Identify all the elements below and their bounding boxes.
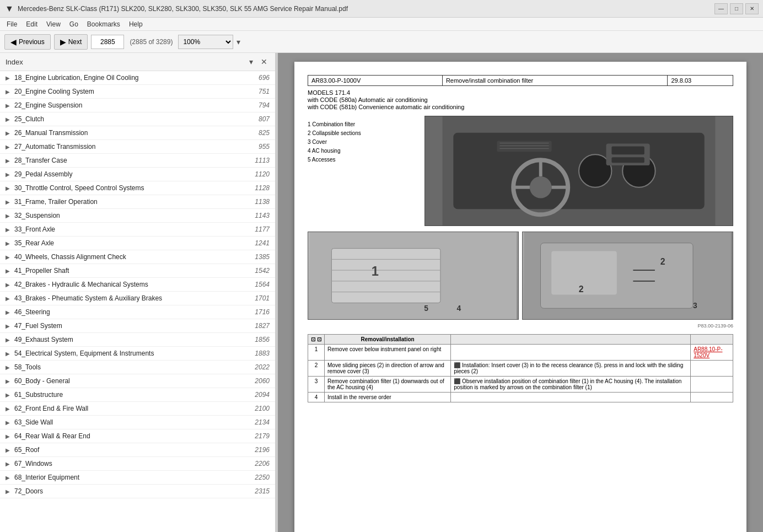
zoom-select[interactable]: 100% 50% 75% 125% 150% 200% bbox=[178, 35, 233, 49]
list-item[interactable]: ▶ 18_Engine Lubrication, Engine Oil Cool… bbox=[0, 71, 275, 85]
sidebar-item-page: 1827 bbox=[255, 322, 270, 330]
list-item[interactable]: ▶ 32_Suspension 1143 bbox=[0, 209, 275, 223]
list-item[interactable]: ▶ 40_Wheels, Chassis Alignment Check 138… bbox=[0, 250, 275, 264]
sidebar-item-page: 1716 bbox=[255, 308, 270, 316]
menu-view[interactable]: View bbox=[42, 19, 65, 29]
menu-go[interactable]: Go bbox=[65, 19, 83, 29]
sidebar-item-page: 1856 bbox=[255, 336, 270, 343]
sidebar-arrow-icon: ▶ bbox=[6, 171, 12, 178]
zoom-dropdown-icon[interactable]: ▾ bbox=[237, 37, 240, 46]
previous-label: Previous bbox=[19, 38, 45, 46]
sidebar-item-text: 22_Engine Suspension bbox=[14, 101, 259, 109]
sidebar-item-page: 2196 bbox=[255, 446, 270, 454]
bottom-images: 1 4 5 2 2 3 bbox=[308, 232, 733, 320]
sidebar-arrow-icon: ▶ bbox=[6, 103, 12, 109]
list-item[interactable]: ▶ 30_Throttle Control, Speed Control Sys… bbox=[0, 181, 275, 195]
list-item[interactable]: ▶ 28_Transfer Case 1113 bbox=[0, 154, 275, 168]
sidebar-item-text: 25_Clutch bbox=[14, 115, 259, 123]
menu-file[interactable]: File bbox=[2, 19, 22, 29]
list-item[interactable]: ▶ 58_Tools 2022 bbox=[0, 361, 275, 374]
sidebar-item-page: 1128 bbox=[255, 184, 270, 192]
previous-button[interactable]: ◀ Previous bbox=[4, 34, 51, 50]
sidebar-item-page: 2206 bbox=[255, 460, 270, 467]
list-item[interactable]: ▶ 41_Propeller Shaft 1542 bbox=[0, 264, 275, 278]
page-number-input[interactable] bbox=[91, 35, 124, 49]
list-item[interactable]: ▶ 47_Fuel System 1827 bbox=[0, 319, 275, 333]
sidebar-item-text: 42_Brakes - Hydraulic & Mechanical Syste… bbox=[14, 281, 255, 288]
sidebar-item-text: 33_Front Axle bbox=[14, 225, 255, 233]
list-item[interactable]: ▶ 60_Body - General 2060 bbox=[0, 374, 275, 388]
sidebar-item-text: 46_Steering bbox=[14, 308, 255, 316]
sidebar-item-page: 2179 bbox=[255, 432, 270, 440]
list-item[interactable]: ▶ 62_Front End & Fire Wall 2100 bbox=[0, 402, 275, 416]
minimize-button[interactable]: — bbox=[714, 3, 728, 14]
sidebar-item-text: 28_Transfer Case bbox=[14, 157, 255, 164]
sidebar-title: Index bbox=[6, 58, 23, 66]
list-item[interactable]: ▶ 54_Electrical System, Equipment & Inst… bbox=[0, 347, 275, 361]
doc-code2: with CODE (581b) Convenience automatic a… bbox=[308, 104, 733, 110]
sidebar-arrow-icon: ▶ bbox=[6, 309, 12, 315]
sidebar-arrow-icon: ▶ bbox=[6, 295, 12, 302]
sidebar-item-page: 2315 bbox=[255, 487, 270, 495]
list-item[interactable]: ▶ 42_Brakes - Hydraulic & Mechanical Sys… bbox=[0, 278, 275, 292]
sidebar-item-page: 1143 bbox=[255, 212, 270, 219]
list-item[interactable]: ▶ 29_Pedal Assembly 1120 bbox=[0, 168, 275, 181]
sidebar-arrow-icon: ▶ bbox=[6, 420, 12, 426]
list-item[interactable]: ▶ 49_Exhaust System 1856 bbox=[0, 333, 275, 347]
list-item[interactable]: ▶ 63_Side Wall 2134 bbox=[0, 416, 275, 429]
sidebar-item-page: 1701 bbox=[255, 294, 270, 302]
table-header-ref bbox=[691, 335, 733, 345]
svg-text:1: 1 bbox=[372, 264, 379, 278]
sidebar-item-page: 1177 bbox=[255, 225, 270, 233]
svg-rect-12 bbox=[497, 141, 552, 152]
list-item[interactable]: ▶ 22_Engine Suspension 794 bbox=[0, 99, 275, 112]
content-area[interactable]: AR83.00-P-1000V Remove/install combinati… bbox=[278, 53, 763, 532]
menu-help[interactable]: Help bbox=[125, 19, 147, 29]
sidebar-arrow-icon: ▶ bbox=[6, 268, 12, 274]
list-item[interactable]: ▶ 64_Rear Wall & Rear End 2179 bbox=[0, 429, 275, 443]
list-item[interactable]: ▶ 68_Interior Equipment 2250 bbox=[0, 471, 275, 485]
list-item[interactable]: ▶ 67_Windows 2206 bbox=[0, 457, 275, 471]
next-button[interactable]: ▶ Next bbox=[54, 34, 88, 50]
step-ref-2 bbox=[691, 361, 733, 377]
list-item[interactable]: ▶ 65_Roof 2196 bbox=[0, 443, 275, 457]
next-label: Next bbox=[68, 38, 82, 46]
svg-text:2: 2 bbox=[579, 284, 584, 294]
sidebar-item-text: 68_Interior Equipment bbox=[14, 474, 255, 481]
step-note-3: ⬛ Observe installation position of combi… bbox=[451, 377, 691, 393]
step-instruction-4: Install in the reverse order bbox=[325, 393, 451, 402]
list-item[interactable]: ▶ 26_Manual Transmission 825 bbox=[0, 126, 275, 140]
sidebar-item-page: 1120 bbox=[255, 170, 270, 178]
menu-bar: File Edit View Go Bookmarks Help bbox=[0, 18, 763, 31]
sidebar-arrow-icon: ▶ bbox=[6, 351, 12, 357]
sidebar-item-page: 825 bbox=[259, 129, 270, 137]
doc-header-table: AR83.00-P-1000V Remove/install combinati… bbox=[308, 75, 733, 86]
sidebar-close-icon[interactable]: ✕ bbox=[259, 56, 270, 67]
sidebar-arrow-icon: ▶ bbox=[6, 158, 12, 164]
list-item[interactable]: ▶ 27_Automatic Transmission 955 bbox=[0, 140, 275, 154]
sidebar-item-page: 2134 bbox=[255, 418, 270, 426]
list-item[interactable]: ▶ 43_Brakes - Pheumatic System & Auxilia… bbox=[0, 292, 275, 305]
sidebar-arrow-icon: ▶ bbox=[6, 116, 12, 122]
list-item[interactable]: ▶ 31_Frame, Trailer Operation 1138 bbox=[0, 195, 275, 209]
list-item[interactable]: ▶ 25_Clutch 807 bbox=[0, 112, 275, 126]
list-item[interactable]: ▶ 20_Engine Cooling System 751 bbox=[0, 85, 275, 99]
sidebar-arrow-icon: ▶ bbox=[6, 433, 12, 439]
list-item[interactable]: ▶ 72_Doors 2315 bbox=[0, 485, 275, 498]
sidebar-item-page: 2022 bbox=[255, 363, 270, 371]
svg-rect-17 bbox=[331, 249, 440, 303]
close-button[interactable]: ✕ bbox=[745, 3, 759, 14]
maximize-button[interactable]: □ bbox=[730, 3, 743, 14]
list-item[interactable]: ▶ 33_Front Axle 1177 bbox=[0, 223, 275, 237]
sidebar-list[interactable]: ▶ 18_Engine Lubrication, Engine Oil Cool… bbox=[0, 71, 275, 532]
menu-bookmarks[interactable]: Bookmarks bbox=[83, 19, 125, 29]
step-num-3: 3 bbox=[308, 377, 325, 393]
list-item[interactable]: ▶ 35_Rear Axle 1241 bbox=[0, 237, 275, 250]
list-item[interactable]: ▶ 61_Substructure 2094 bbox=[0, 388, 275, 402]
sidebar-dropdown-icon[interactable]: ▾ bbox=[245, 56, 256, 67]
svg-point-3 bbox=[530, 176, 552, 198]
list-item[interactable]: ▶ 46_Steering 1716 bbox=[0, 305, 275, 319]
menu-edit[interactable]: Edit bbox=[22, 19, 42, 29]
step-instruction-2: Move sliding pieces (2) in direction of … bbox=[325, 361, 451, 377]
sidebar-item-text: 72_Doors bbox=[14, 487, 255, 495]
